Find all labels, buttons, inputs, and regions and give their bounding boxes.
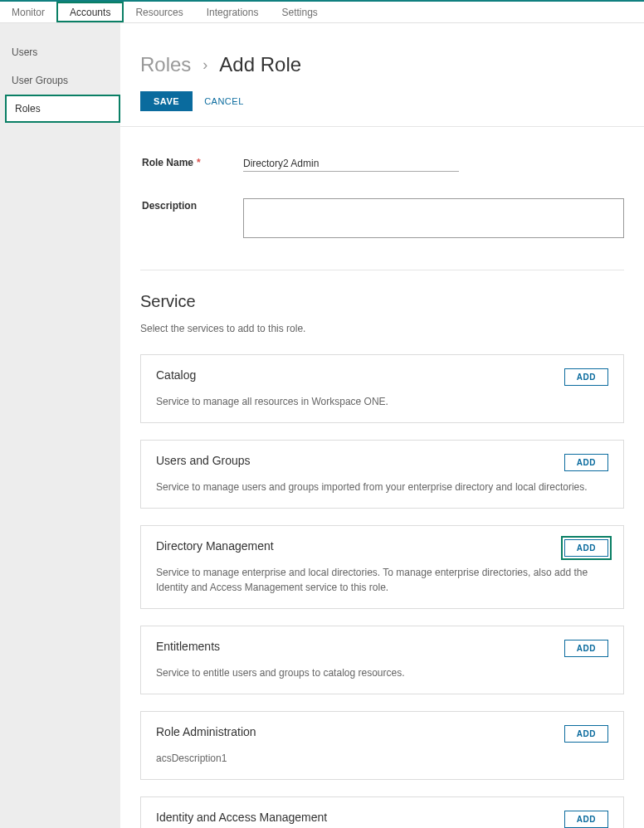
add-button[interactable]: ADD xyxy=(564,640,608,657)
section-subtitle: Select the services to add to this role. xyxy=(140,323,624,334)
nav-tab-integrations[interactable]: Integrations xyxy=(195,2,271,22)
nav-tab-monitor[interactable]: Monitor xyxy=(8,2,56,22)
section-title-service: Service xyxy=(140,292,624,311)
service-card: Users and GroupsADDService to manage use… xyxy=(140,440,624,509)
role-name-input[interactable] xyxy=(243,156,459,172)
role-name-label: Role Name* xyxy=(140,155,243,172)
sidebar-item-roles[interactable]: Roles xyxy=(5,95,120,123)
service-card: Identity and Access ManagementADDService… xyxy=(140,796,624,828)
save-button[interactable]: SAVE xyxy=(140,91,193,111)
description-label: Description xyxy=(140,198,243,241)
breadcrumb-root[interactable]: Roles xyxy=(140,53,191,76)
service-title: Directory Management xyxy=(156,539,274,553)
service-title: Identity and Access Management xyxy=(156,811,327,824)
form: Role Name* Description xyxy=(140,127,624,258)
add-button[interactable]: ADD xyxy=(564,368,608,386)
service-card: Role AdministrationADDacsDescription1 xyxy=(140,711,624,780)
service-desc: Service to manage all resources in Works… xyxy=(156,394,608,409)
nav-tab-settings[interactable]: Settings xyxy=(270,2,329,22)
service-desc: Service to entitle users and groups to c… xyxy=(156,665,608,680)
sidebar-item-users[interactable]: Users xyxy=(0,38,120,66)
top-nav: Monitor Accounts Resources Integrations … xyxy=(0,0,644,23)
service-card: Directory ManagementADDService to manage… xyxy=(140,525,624,609)
action-bar: SAVE CANCEL xyxy=(140,91,624,111)
service-desc: Service to manage users and groups impor… xyxy=(156,480,608,494)
service-title: Catalog xyxy=(156,368,196,382)
sidebar-item-user-groups[interactable]: User Groups xyxy=(0,66,120,95)
sidebar: Users User Groups Roles xyxy=(0,23,120,828)
add-button[interactable]: ADD xyxy=(564,811,608,828)
cancel-button[interactable]: CANCEL xyxy=(204,96,244,106)
add-button[interactable]: ADD xyxy=(564,725,608,743)
service-title: Users and Groups xyxy=(156,454,251,467)
add-button[interactable]: ADD xyxy=(564,454,608,471)
main-content: Roles › Add Role SAVE CANCEL Role Name* … xyxy=(120,23,644,828)
breadcrumb: Roles › Add Role xyxy=(140,53,624,76)
divider xyxy=(140,270,624,270)
nav-tab-accounts[interactable]: Accounts xyxy=(56,2,124,22)
service-card: CatalogADDService to manage all resource… xyxy=(140,354,624,423)
description-input[interactable] xyxy=(243,198,624,238)
service-desc: acsDescription1 xyxy=(156,751,608,766)
nav-tab-resources[interactable]: Resources xyxy=(124,2,194,22)
add-button[interactable]: ADD xyxy=(564,539,608,557)
service-desc: Service to manage enterprise and local d… xyxy=(156,565,608,595)
page-title: Add Role xyxy=(219,53,301,76)
chevron-right-icon: › xyxy=(202,56,207,74)
service-list: CatalogADDService to manage all resource… xyxy=(140,354,624,828)
service-card: EntitlementsADDService to entitle users … xyxy=(140,626,624,694)
service-title: Role Administration xyxy=(156,725,256,738)
service-title: Entitlements xyxy=(156,640,220,653)
